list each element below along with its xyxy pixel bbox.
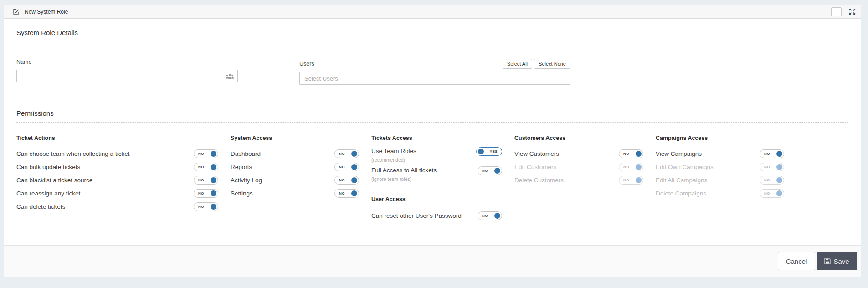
toggle-delete-tickets[interactable]: NO	[194, 202, 218, 211]
perm-row: Can reassign any ticket NO	[16, 187, 218, 200]
dialog-body: System Role Details Name	[4, 19, 861, 245]
header-actions	[831, 7, 856, 16]
perm-group-title: Campaigns Access	[656, 134, 784, 142]
perm-group-customers-access: Customers Access View Customers NO Edit …	[514, 134, 643, 187]
perm-label: Can blacklist a ticket source	[16, 176, 92, 184]
perm-label: Can reset other User's Password	[371, 212, 462, 220]
perm-row: Can delete tickets NO	[16, 200, 218, 213]
perm-row: Dashboard NO	[231, 147, 359, 160]
perm-row: Activity Log NO	[231, 174, 359, 187]
users-field-header: Users Select All Select None	[299, 59, 570, 69]
dialog-title: New System Role	[25, 9, 68, 15]
toggle-knob	[776, 177, 782, 183]
toggle-choose-team[interactable]: NO	[194, 149, 218, 158]
select-none-button[interactable]: Select None	[534, 59, 570, 69]
perm-group-title: Ticket Actions	[16, 134, 218, 142]
toggle-bulk-update[interactable]: NO	[194, 163, 218, 171]
toggle-knob	[211, 204, 216, 210]
cancel-button[interactable]: Cancel	[778, 252, 815, 270]
perm-row: Use Team Roles (recommended) YES	[371, 147, 502, 166]
perm-label: Reports	[231, 163, 252, 171]
toggle-settings[interactable]: NO	[334, 189, 359, 198]
perm-label: Full Access to All tickets	[371, 166, 437, 174]
toggle-use-team-roles[interactable]: YES	[476, 147, 502, 156]
toggle-edit-customers: NO	[619, 163, 643, 171]
perm-label: Dashboard	[231, 150, 261, 158]
toggle-knob	[351, 190, 357, 196]
toggle-reassign-ticket[interactable]: NO	[194, 189, 218, 198]
perm-row: View Campaigns NO	[656, 147, 784, 160]
toggle-edit-own-campaigns: NO	[760, 163, 784, 171]
toggle-knob	[636, 151, 642, 157]
save-button[interactable]: Save	[817, 252, 857, 270]
toggle-knob	[776, 151, 782, 157]
perm-label: View Campaigns	[656, 150, 702, 158]
perm-label: Edit All Campaigns	[656, 176, 707, 184]
perm-row: Delete Campaigns NO	[656, 187, 784, 200]
toggle-dashboard[interactable]: NO	[334, 149, 359, 158]
toggle-knob	[776, 164, 782, 170]
toggle-knob	[636, 164, 642, 170]
perm-row: Reports NO	[231, 160, 359, 174]
toggle-edit-all-campaigns: NO	[760, 176, 784, 185]
perm-row: Full Access to All tickets (ignore team …	[371, 166, 502, 185]
toggle-knob	[351, 151, 357, 157]
save-button-label: Save	[833, 257, 849, 265]
perm-row: Can choose team when collecting a ticket…	[16, 147, 218, 160]
name-input[interactable]	[16, 70, 238, 82]
select-users-input[interactable]	[299, 72, 570, 85]
users-label: Users	[299, 61, 314, 67]
perm-group-tickets-access: Tickets Access Use Team Roles (recommend…	[371, 134, 502, 222]
users-group-icon[interactable]	[222, 70, 237, 82]
perm-group-title: System Access	[231, 134, 359, 142]
users-field-group: Users Select All Select None	[299, 59, 570, 85]
toggle-knob	[494, 168, 500, 174]
section-divider	[16, 122, 848, 123]
dialog-footer: Cancel Save	[4, 245, 861, 277]
section-title-details: System Role Details	[16, 29, 848, 37]
toggle-full-access-tickets[interactable]: NO	[478, 166, 502, 175]
perm-row: Edit Own Campaigns NO	[656, 160, 784, 174]
toggle-knob	[494, 213, 500, 219]
toggle-delete-campaigns: NO	[760, 189, 784, 198]
details-fields: Name	[16, 59, 848, 85]
perm-label: Can reassign any ticket	[16, 190, 80, 197]
new-system-role-dialog: New System Role System Role Details Name	[4, 5, 861, 277]
permissions-grid: Ticket Actions Can choose team when coll…	[16, 134, 848, 222]
toggle-activity-log[interactable]: NO	[334, 176, 359, 185]
toggle-view-customers[interactable]: NO	[619, 149, 643, 158]
perm-group-campaigns-access: Campaigns Access View Campaigns NO Edit …	[656, 134, 784, 200]
perm-label: Can delete tickets	[16, 203, 65, 211]
perm-note: (recommended)	[371, 157, 416, 163]
perm-row: Can blacklist a ticket source NO	[16, 174, 218, 187]
perm-label: Can choose team when collecting a ticket	[16, 150, 129, 158]
perm-label: Edit Customers	[514, 163, 556, 171]
perm-group-system-access: System Access Dashboard NO Reports NO Ac…	[231, 134, 359, 200]
select-all-button[interactable]: Select All	[503, 59, 532, 69]
dialog-header: New System Role	[4, 5, 861, 19]
perm-row: Edit Customers NO	[514, 160, 643, 174]
edit-pencil-square-icon	[13, 8, 20, 15]
toggle-knob	[211, 190, 216, 196]
checkbox[interactable]	[831, 7, 842, 16]
perm-row: Edit All Campaigns NO	[656, 174, 784, 187]
perm-row: Settings NO	[231, 187, 359, 200]
perm-label-block: Use Team Roles (recommended)	[371, 147, 416, 163]
toggle-knob	[636, 177, 642, 183]
perm-label-block: Full Access to All tickets (ignore team …	[371, 166, 437, 182]
save-floppy-icon	[824, 258, 831, 264]
toggle-knob	[211, 164, 216, 170]
toggle-blacklist-source[interactable]: NO	[194, 176, 218, 185]
perm-group-ticket-actions: Ticket Actions Can choose team when coll…	[16, 134, 218, 213]
section-divider	[16, 45, 848, 45]
toggle-reports[interactable]: NO	[334, 163, 359, 171]
toggle-delete-customers: NO	[619, 176, 643, 185]
toggle-reset-password[interactable]: NO	[478, 211, 502, 220]
perm-label: Use Team Roles	[371, 147, 416, 155]
expand-icon[interactable]	[849, 8, 856, 15]
perm-group-title: Tickets Access	[371, 134, 502, 142]
perm-label: Settings	[231, 190, 253, 197]
perm-group-title: User Access	[371, 195, 502, 203]
toggle-view-campaigns[interactable]: NO	[760, 149, 784, 158]
users-select-buttons: Select All Select None	[503, 59, 570, 69]
